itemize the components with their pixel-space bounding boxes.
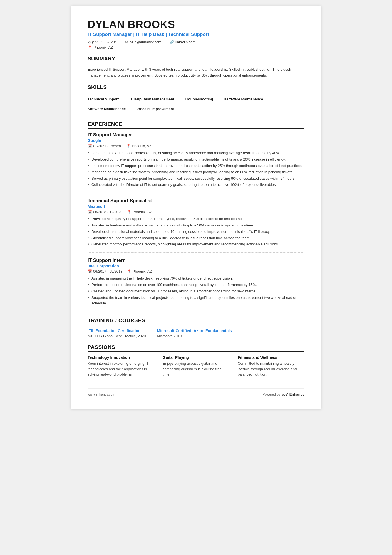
skill-item: Troubleshooting	[185, 95, 218, 103]
training-name-1: Microsoft Certified: Azure Fundamentals	[157, 329, 232, 333]
bullet-item: Developed comprehensive reports on team …	[88, 157, 304, 162]
bullet-item: Collaborated with the Director of IT to …	[88, 182, 304, 188]
bullet-item: Implemented new IT support processes tha…	[88, 163, 304, 169]
passions-section: PASSIONS Technology Innovation Keen inte…	[88, 344, 304, 377]
skill-item: Hardware Maintenance	[224, 95, 268, 103]
skill-row-1: Technical Support IT Help Desk Managemen…	[88, 95, 304, 105]
job-meta-0: 📅 01/2021 - Present 📍 Phoenix, AZ	[88, 144, 304, 148]
training-title: TRAINING / COURSES	[88, 317, 304, 325]
job-title-0: IT Support Manager	[88, 132, 304, 138]
company-name-1: Microsoft	[88, 204, 304, 209]
summary-title: SUMMARY	[88, 56, 304, 63]
passion-title-0: Technology Innovation	[88, 355, 154, 360]
logo-icon: ∞✓	[282, 391, 289, 398]
job-entry-2: IT Support Intern Intel Corporation 📅 06…	[88, 258, 304, 311]
bullet-item: Managed help desk ticketing system, prio…	[88, 169, 304, 175]
training-org-1: Microsoft, 2019	[157, 334, 232, 338]
location-value: Phoenix, AZ	[93, 45, 113, 50]
passions-title: PASSIONS	[88, 344, 304, 352]
header: DYLAN BROOKS IT Support Manager | IT Hel…	[88, 19, 304, 50]
training-section: TRAINING / COURSES ITIL Foundation Certi…	[88, 317, 304, 338]
job-bullets-2: Assisted in managing the IT help desk, r…	[88, 276, 304, 306]
bullet-item: Streamlined support processes leading to…	[88, 235, 304, 241]
resume-page: DYLAN BROOKS IT Support Manager | IT Hel…	[71, 6, 321, 409]
job-bullets-0: Led a team of 7 IT support professionals…	[88, 150, 304, 188]
skills-title: SKILLS	[88, 84, 304, 92]
job-title-1: Technical Support Specialist	[88, 198, 304, 204]
passion-desc-0: Keen interest in exploring emerging IT t…	[88, 361, 154, 377]
bullet-item: Provided high-quality IT support to 200+…	[88, 216, 304, 222]
skills-grid: Technical Support IT Help Desk Managemen…	[88, 95, 304, 115]
skill-item: Software Maintenance	[88, 105, 131, 113]
experience-title: EXPERIENCE	[88, 121, 304, 129]
bullet-item: Assisted in hardware and software mainte…	[88, 223, 304, 228]
passion-title-1: Guitar Playing	[163, 355, 229, 360]
brand-name: Enhancv	[289, 392, 304, 396]
powered-by-label: Powered by	[263, 393, 280, 396]
bullet-item: Served as primary escalation point for c…	[88, 176, 304, 182]
location-icon: 📍	[88, 45, 92, 50]
passion-title-2: Fitness and Wellness	[238, 355, 304, 360]
job-title-2: IT Support Intern	[88, 258, 304, 263]
job-location-2: 📍 Phoenix, AZ	[127, 269, 152, 273]
job-date-0: 📅 01/2021 - Present	[88, 144, 122, 148]
job-date-2: 📅 06/2017 - 05/2018	[88, 269, 123, 273]
job-entry-0: IT Support Manager Google 📅 01/2021 - Pr…	[88, 132, 304, 193]
training-item-0: ITIL Foundation Certification AXELOS Glo…	[88, 329, 146, 338]
email-icon: ✉	[125, 40, 128, 44]
passion-desc-1: Enjoys playing acoustic guitar and compo…	[163, 361, 229, 377]
job-meta-2: 📅 06/2017 - 05/2018 📍 Phoenix, AZ	[88, 269, 304, 273]
footer-website: www.enhancv.com	[88, 393, 115, 396]
website-value: linkedin.com	[175, 40, 195, 44]
bullet-item: Supported the team in various technical …	[88, 295, 304, 307]
calendar-icon-1: 📅	[88, 210, 92, 214]
bullet-item: Generated monthly performance reports, h…	[88, 241, 304, 247]
website-contact: 🔗 linkedin.com	[170, 40, 195, 44]
contact-row-1: ✆ (555) 555-1234 ✉ help@enhancv.com 🔗 li…	[88, 40, 304, 44]
bullet-item: Developed instructional materials and co…	[88, 229, 304, 235]
pin-icon-0: 📍	[126, 144, 131, 148]
email-value: help@enhancv.com	[130, 40, 161, 44]
job-location-0: 📍 Phoenix, AZ	[126, 144, 151, 148]
summary-text: Experienced IT Support Manager with 3 ye…	[88, 67, 304, 78]
pin-icon-2: 📍	[127, 269, 132, 273]
email-contact: ✉ help@enhancv.com	[125, 40, 161, 44]
job-bullets-1: Provided high-quality IT support to 200+…	[88, 216, 304, 247]
bullet-item: Assisted in managing the IT help desk, r…	[88, 276, 304, 282]
skill-row-2: Software Maintenance Process Improvement	[88, 105, 304, 115]
passion-desc-2: Committed to maintaining a healthy lifes…	[238, 361, 304, 377]
skill-item: IT Help Desk Management	[129, 95, 179, 103]
footer: www.enhancv.com Powered by ∞✓ Enhancv	[88, 388, 304, 398]
footer-brand: Powered by ∞✓ Enhancv	[263, 391, 304, 398]
contact-row-2: 📍 Phoenix, AZ	[88, 45, 304, 50]
training-org-0: AXELOS Global Best Practice, 2020	[88, 334, 146, 338]
calendar-icon-2: 📅	[88, 269, 92, 273]
training-name-0: ITIL Foundation Certification	[88, 329, 146, 333]
passion-item-2: Fitness and Wellness Committed to mainta…	[238, 355, 304, 377]
calendar-icon-0: 📅	[88, 144, 92, 148]
passion-item-1: Guitar Playing Enjoys playing acoustic g…	[163, 355, 229, 377]
skill-item: Process Improvement	[136, 105, 179, 113]
pin-icon-1: 📍	[127, 210, 132, 214]
job-meta-1: 📅 06/2018 - 12/2020 📍 Phoenix, AZ	[88, 210, 304, 214]
bullet-item: Performed routine maintenance on over 10…	[88, 282, 304, 288]
location-contact: 📍 Phoenix, AZ	[88, 45, 113, 50]
skill-item: Technical Support	[88, 95, 124, 103]
summary-section: SUMMARY Experienced IT Support Manager w…	[88, 56, 304, 78]
company-name-0: Google	[88, 138, 304, 143]
job-entry-1: Technical Support Specialist Microsoft 📅…	[88, 198, 304, 253]
job-date-1: 📅 06/2018 - 12/2020	[88, 210, 123, 214]
candidate-name: DYLAN BROOKS	[88, 19, 304, 31]
company-name-2: Intel Corporation	[88, 264, 304, 268]
phone-contact: ✆ (555) 555-1234	[88, 40, 117, 44]
phone-icon: ✆	[88, 40, 91, 44]
passions-grid: Technology Innovation Keen interest in e…	[88, 355, 304, 377]
experience-section: EXPERIENCE IT Support Manager Google 📅 0…	[88, 121, 304, 311]
candidate-title: IT Support Manager | IT Help Desk | Tech…	[88, 32, 304, 37]
bullet-item: Led a team of 7 IT support professionals…	[88, 150, 304, 156]
passion-item-0: Technology Innovation Keen interest in e…	[88, 355, 154, 377]
enhancv-logo: ∞✓ Enhancv	[282, 391, 304, 398]
skills-section: SKILLS Technical Support IT Help Desk Ma…	[88, 84, 304, 115]
bullet-item: Created and updated documentation for IT…	[88, 288, 304, 294]
training-grid: ITIL Foundation Certification AXELOS Glo…	[88, 329, 304, 338]
